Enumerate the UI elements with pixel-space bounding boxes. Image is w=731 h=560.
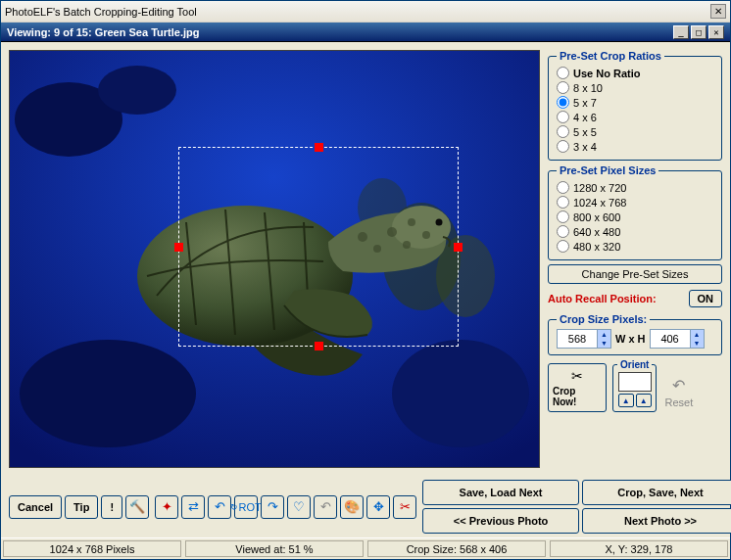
orient-group: Orient ▲ ▲: [612, 359, 657, 412]
crop-width-down[interactable]: ▼: [597, 339, 610, 348]
ratio-option[interactable]: 3 x 4: [557, 139, 713, 154]
preset-ratios-legend: Pre-Set Crop Ratios: [557, 50, 664, 62]
cut-icon[interactable]: ✂: [393, 495, 416, 519]
crop-height-up[interactable]: ▲: [690, 330, 704, 339]
crop-now-button[interactable]: ✂ Crop Now!: [548, 363, 607, 412]
move-icon[interactable]: ✥: [366, 495, 390, 519]
crop-height-down[interactable]: ▼: [690, 339, 704, 348]
pixel-size-option[interactable]: 480 x 320: [557, 239, 713, 254]
auto-recall-label: Auto Recall Position:: [548, 293, 657, 304]
crop-handle-e[interactable]: [454, 243, 463, 252]
side-panel: Pre-Set Crop Ratios Use No Ratio8 x 105 …: [548, 50, 722, 468]
minimize-button[interactable]: _: [673, 25, 689, 39]
crop-handle-s[interactable]: [315, 342, 323, 350]
hammer-icon[interactable]: 🔨: [125, 495, 149, 519]
status-dimensions: 1024 x 768 Pixels: [3, 540, 181, 557]
close-button[interactable]: ✕: [708, 25, 724, 39]
pixel-size-option[interactable]: 1024 x 768: [557, 195, 713, 210]
rotate-left-icon[interactable]: ↶: [208, 495, 231, 519]
crop-handle-w[interactable]: [174, 243, 183, 252]
orient-preview: [618, 372, 652, 392]
svg-point-3: [20, 340, 196, 447]
preset-pixels-legend: Pre-Set Pixel Sizes: [557, 164, 658, 176]
crop-width-up[interactable]: ▲: [597, 330, 610, 339]
status-crop-size: Crop Size: 568 x 406: [367, 540, 546, 557]
crop-handle-n[interactable]: [315, 143, 323, 152]
ratio-option[interactable]: 5 x 5: [557, 124, 713, 139]
bottom-toolbar: Cancel Tip ! 🔨 ✦ ⇄ ↶ ↻ROT ↷ ♡ ↶ 🎨 ✥ ✂ Sa…: [1, 476, 730, 537]
crop-size-legend: Crop Size Pixels:: [557, 313, 650, 325]
wand-icon[interactable]: ✦: [155, 495, 178, 519]
image-canvas[interactable]: [9, 50, 540, 468]
rotate-right-icon[interactable]: ↷: [261, 495, 284, 519]
app-title: PhotoELF's Batch Cropping-Editing Tool: [5, 6, 710, 18]
shield-icon[interactable]: ♡: [287, 495, 311, 519]
status-bar: 1024 x 768 Pixels Viewed at: 51 % Crop S…: [1, 537, 730, 559]
status-xy: X, Y: 329, 178: [550, 540, 728, 557]
crop-selection[interactable]: [178, 147, 459, 347]
status-zoom: Viewed at: 51 %: [185, 540, 364, 557]
app-window: PhotoELF's Batch Cropping-Editing Tool ✕…: [0, 0, 731, 560]
cancel-button[interactable]: Cancel: [9, 495, 62, 519]
save-load-next-button[interactable]: Save, Load Next: [422, 480, 579, 505]
orient-landscape-button[interactable]: ▲: [618, 394, 634, 407]
rotate-icon[interactable]: ↻ROT: [234, 495, 258, 519]
tip-button[interactable]: Tip: [65, 495, 98, 519]
crop-height-spinner[interactable]: ▲▼: [650, 329, 705, 349]
auto-recall-row: Auto Recall Position: ON: [548, 288, 722, 309]
svg-point-4: [392, 340, 529, 447]
pixel-size-option[interactable]: 800 x 600: [557, 210, 713, 224]
crop-width-input[interactable]: [558, 330, 597, 348]
viewing-text: Viewing: 9 of 15: Green Sea Turtle.jpg: [7, 26, 673, 38]
undo-tool-icon[interactable]: ↶: [314, 495, 337, 519]
preset-pixels-group: Pre-Set Pixel Sizes 1280 x 7201024 x 768…: [548, 164, 722, 260]
ratio-option[interactable]: 5 x 7: [557, 95, 713, 110]
undo-icon: ↶: [672, 376, 685, 395]
crop-size-group: Crop Size Pixels: ▲▼ W x H ▲▼: [548, 313, 722, 355]
crop-width-spinner[interactable]: ▲▼: [557, 329, 611, 349]
maximize-button[interactable]: □: [691, 25, 707, 39]
titlebar: PhotoELF's Batch Cropping-Editing Tool ✕: [1, 1, 730, 23]
pixel-size-option[interactable]: 640 x 480: [557, 224, 713, 239]
next-photo-button[interactable]: Next Photo >>: [582, 508, 731, 534]
crop-save-next-button[interactable]: Crop, Save, Next: [582, 480, 731, 505]
color-wheel-icon[interactable]: 🎨: [340, 495, 364, 519]
change-presets-button[interactable]: Change Pre-Set Sizes: [548, 264, 722, 284]
titlebar-close-button[interactable]: ✕: [710, 4, 726, 19]
auto-recall-toggle[interactable]: ON: [689, 290, 723, 307]
svg-point-2: [98, 66, 176, 115]
crop-height-input[interactable]: [651, 330, 690, 348]
preset-ratios-group: Pre-Set Crop Ratios Use No Ratio8 x 105 …: [548, 50, 722, 161]
swap-icon[interactable]: ⇄: [181, 495, 205, 519]
ratio-option[interactable]: 8 x 10: [557, 80, 713, 95]
pixel-size-option[interactable]: 1280 x 720: [557, 180, 713, 195]
ratio-option[interactable]: 4 x 6: [557, 110, 713, 124]
wxh-label: W x H: [615, 333, 646, 345]
orient-portrait-button[interactable]: ▲: [636, 394, 652, 407]
scissors-icon: ✂: [571, 368, 583, 384]
reset-button[interactable]: ↶ Reset: [662, 372, 695, 412]
viewing-bar: Viewing: 9 of 15: Green Sea Turtle.jpg _…: [1, 23, 730, 42]
bang-button[interactable]: !: [101, 495, 122, 519]
previous-photo-button[interactable]: << Previous Photo: [422, 508, 579, 534]
ratio-option[interactable]: Use No Ratio: [557, 66, 713, 80]
